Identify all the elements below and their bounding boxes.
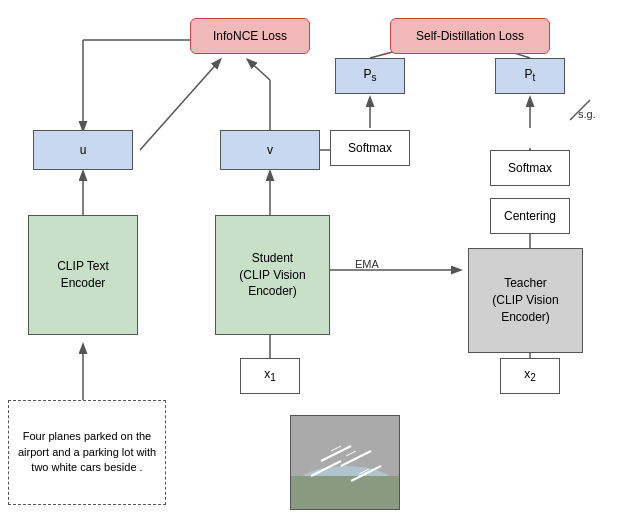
caption-label: Four planes parked on the airport and a … [15,429,159,475]
caption-box: Four planes parked on the airport and a … [8,400,166,505]
infoNCE-loss-box: InfoNCE Loss [190,18,310,54]
infoNCE-loss-label: InfoNCE Loss [213,28,287,45]
u-box: u [33,130,133,170]
sg-slash [565,95,595,125]
ps-box: Ps [335,58,405,94]
v-box: v [220,130,320,170]
svg-line-2 [140,60,220,150]
centering-box: Centering [490,198,570,234]
aerial-image-svg [291,416,400,510]
v-label: v [267,142,273,159]
self-distill-loss-box: Self-Distillation Loss [390,18,550,54]
softmax1-label: Softmax [348,140,392,157]
self-distill-loss-label: Self-Distillation Loss [416,28,524,45]
pt-label: Pt [525,66,536,85]
clip-text-encoder-box: CLIP TextEncoder [28,215,138,335]
x1-label: x1 [264,366,276,385]
teacher-label: Teacher(CLIP VisionEncoder) [492,275,558,325]
teacher-box: Teacher(CLIP VisionEncoder) [468,248,583,353]
pt-box: Pt [495,58,565,94]
x2-label: x2 [524,366,536,385]
softmax1-box: Softmax [330,130,410,166]
student-label: Student(CLIP VisionEncoder) [239,250,305,300]
svg-line-4 [248,60,270,80]
svg-line-30 [570,100,590,120]
x2-box: x2 [500,358,560,394]
u-label: u [80,142,87,159]
softmax2-label: Softmax [508,160,552,177]
x1-box: x1 [240,358,300,394]
student-box: Student(CLIP VisionEncoder) [215,215,330,335]
centering-label: Centering [504,208,556,225]
softmax2-box: Softmax [490,150,570,186]
aerial-image [290,415,400,510]
diagram: InfoNCE Loss Self-Distillation Loss u v … [0,0,640,517]
ema-label: EMA [355,258,379,270]
svg-rect-21 [291,476,400,510]
ps-label: Ps [363,66,376,85]
clip-text-encoder-label: CLIP TextEncoder [57,258,109,292]
